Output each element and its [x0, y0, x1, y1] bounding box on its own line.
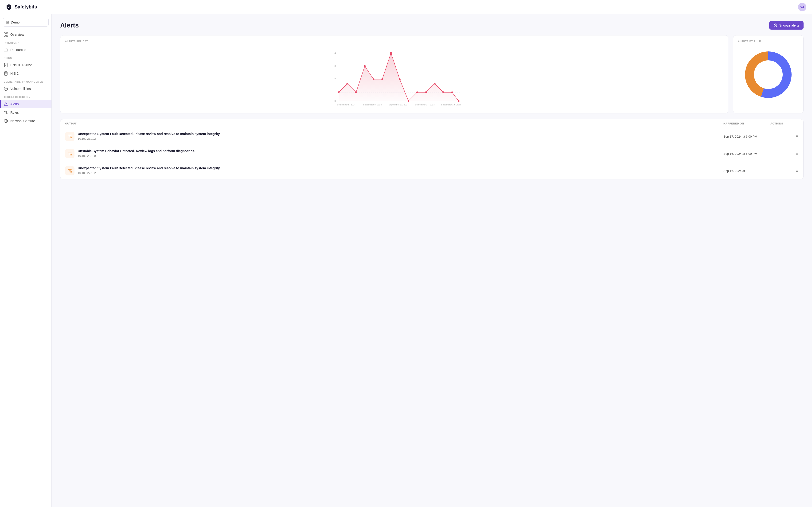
alert-title-1: Unexpected System Fault Detected. Please… [78, 132, 220, 136]
alert-ip-1: 10.100.27.102 [78, 137, 220, 140]
alert-output-1: Unexpected System Fault Detected. Please… [65, 132, 723, 141]
sidebar-item-label: NIS 2 [10, 72, 18, 75]
risks-section-label: RISKS [0, 54, 51, 61]
sidebar-item-overview[interactable]: Overview [0, 30, 51, 39]
table-header: OUTPUT HAPPENED ON ACTIONS [60, 119, 803, 128]
sidebar-item-resources[interactable]: Resources [0, 46, 51, 54]
avatar[interactable]: VJ [798, 3, 806, 11]
vuln-icon [4, 87, 8, 91]
alert-filter-icon [67, 134, 72, 139]
resources-icon [4, 48, 8, 52]
alert-output-2: Unstable System Behavior Detected. Revie… [65, 149, 723, 158]
sidebar-item-network-capture[interactable]: Network Capture [0, 117, 51, 125]
alert-title-2: Unstable System Behavior Detected. Revie… [78, 149, 195, 154]
table-row: Unexpected System Fault Detected. Please… [60, 128, 803, 145]
sidebar-item-label: Vulnerabilities [10, 87, 31, 91]
chevron-down-icon: ⌄ [43, 21, 46, 24]
alert-actions-1: ≡ [770, 134, 799, 139]
network-icon [4, 119, 8, 123]
workspace-selector[interactable]: ⊞ Demo ⌄ [3, 18, 49, 26]
alert-ip-2: 10.100.28.100 [78, 154, 195, 158]
svg-text:September 19, 2024: September 19, 2024 [441, 104, 461, 106]
rules-icon [4, 110, 8, 115]
svg-point-36 [408, 100, 409, 102]
alert-time-2: Sep 16, 2024 at 6:00 PM [723, 152, 770, 156]
alert-title-3: Unexpected System Fault Detected. Please… [78, 166, 220, 171]
nis2-icon [4, 71, 8, 76]
svg-text:0: 0 [334, 100, 336, 102]
alert-menu-icon-1[interactable]: ≡ [796, 134, 799, 139]
svg-text:September 5, 2024: September 5, 2024 [337, 104, 356, 106]
svg-text:September 14, 2024: September 14, 2024 [415, 104, 435, 106]
donut-chart-svg [743, 49, 794, 101]
charts-row: ALERTS PER DAY 0 1 2 3 4 September 5, 20… [60, 35, 804, 113]
ens-icon [4, 63, 8, 67]
alert-time-1: Sep 17, 2024 at 6:00 PM [723, 135, 770, 138]
svg-point-33 [381, 78, 383, 80]
svg-rect-4 [4, 49, 8, 51]
alert-details-2: Unstable System Behavior Detected. Revie… [78, 149, 195, 158]
sidebar: ⊞ Demo ⌄ Overview INVENTORY [0, 14, 52, 507]
svg-rect-2 [4, 35, 5, 37]
svg-text:4: 4 [334, 52, 336, 54]
main-content: Alerts Snooze alerts ALERTS PER DAY [52, 14, 812, 507]
svg-point-8 [6, 90, 6, 90]
alert-filter-icon-2 [67, 151, 72, 156]
svg-point-39 [434, 83, 435, 84]
sidebar-item-rules[interactable]: Rules [0, 108, 51, 117]
alert-icon-wrap-3 [65, 166, 74, 175]
line-chart-card: ALERTS PER DAY 0 1 2 3 4 September 5, 20… [60, 35, 728, 113]
alert-ip-3: 10.100.27.102 [78, 171, 220, 175]
brand-area: Safetybits [6, 4, 37, 10]
alert-output-3: Unexpected System Fault Detected. Please… [65, 166, 723, 175]
svg-text:September 8, 2024: September 8, 2024 [363, 104, 382, 106]
svg-text:September 11, 2024: September 11, 2024 [389, 104, 409, 106]
sidebar-item-alerts[interactable]: Alerts [0, 100, 51, 108]
sidebar-item-label: Rules [10, 111, 19, 114]
brand-name: Safetybits [14, 4, 37, 10]
snooze-icon [773, 23, 777, 27]
svg-rect-3 [6, 35, 8, 37]
svg-point-29 [346, 83, 348, 84]
donut-wrapper [738, 47, 799, 103]
svg-rect-5 [4, 63, 7, 67]
top-nav: Safetybits VJ [0, 0, 812, 14]
svg-point-35 [399, 78, 400, 80]
snooze-alerts-button[interactable]: Snooze alerts [769, 21, 804, 30]
sidebar-item-nis2[interactable]: NIS 2 [0, 69, 51, 78]
svg-text:3: 3 [334, 65, 336, 67]
alert-time-3: Sep 16, 2024 at [723, 169, 770, 173]
sidebar-item-label: Network Capture [10, 119, 35, 123]
svg-point-30 [355, 91, 357, 93]
sidebar-item-vulnerabilities[interactable]: Vulnerabilities [0, 84, 51, 93]
alerts-icon [4, 102, 8, 106]
alert-details-1: Unexpected System Fault Detected. Please… [78, 132, 220, 140]
svg-point-37 [416, 91, 418, 93]
table-row: Unstable System Behavior Detected. Revie… [60, 145, 803, 162]
donut-chart-card: ALERTS BY RULE [733, 35, 804, 113]
page-title: Alerts [60, 21, 79, 29]
sidebar-item-label: Overview [10, 33, 24, 37]
header-happened-on: HAPPENED ON [723, 122, 770, 125]
alert-actions-2: ≡ [770, 151, 799, 156]
app-body: ⊞ Demo ⌄ Overview INVENTORY [0, 14, 812, 507]
alert-icon-wrap-2 [65, 149, 74, 158]
svg-point-45 [755, 61, 781, 88]
header-output: OUTPUT [65, 122, 723, 125]
overview-icon [4, 33, 8, 37]
svg-marker-27 [338, 53, 458, 101]
alert-menu-icon-2[interactable]: ≡ [796, 151, 799, 156]
sidebar-item-label: ENS 311/2022 [10, 63, 32, 67]
svg-point-41 [451, 91, 453, 93]
alert-menu-icon-3[interactable]: ≡ [796, 168, 799, 173]
page-header: Alerts Snooze alerts [60, 21, 804, 30]
svg-point-32 [373, 78, 374, 80]
sidebar-item-ens[interactable]: ENS 311/2022 [0, 61, 51, 69]
svg-point-34 [390, 52, 392, 54]
svg-point-38 [425, 91, 427, 93]
sidebar-item-label: Alerts [10, 102, 19, 106]
header-actions: ACTIONS [770, 122, 799, 125]
workspace-icon: ⊞ [6, 20, 9, 24]
alerts-table: OUTPUT HAPPENED ON ACTIONS Unexpected [60, 119, 804, 179]
vuln-section-label: VULNERABILITY MANAGEMENT [0, 78, 51, 84]
